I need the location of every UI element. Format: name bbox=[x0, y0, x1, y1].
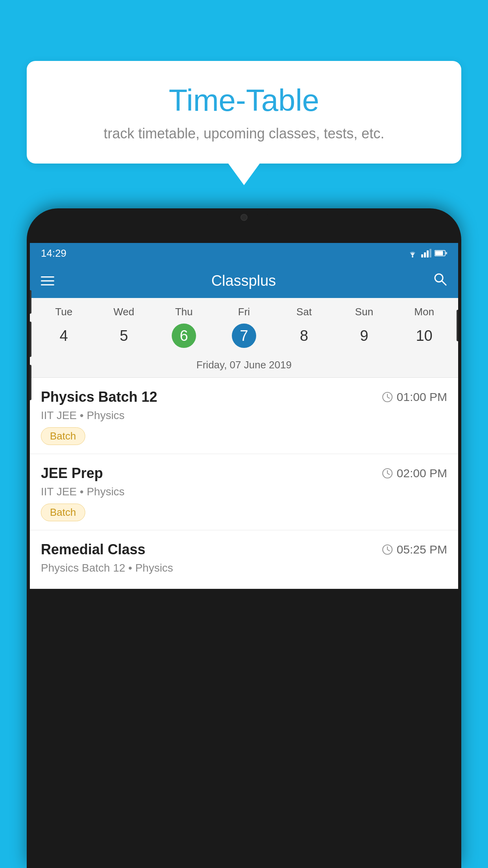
app-bar: Classplus bbox=[30, 263, 458, 298]
svg-line-9 bbox=[442, 281, 446, 285]
clock-icon-3 bbox=[382, 544, 393, 555]
date-cell-5[interactable]: 5 bbox=[94, 321, 154, 350]
status-bar: 14:29 bbox=[30, 243, 458, 263]
svg-rect-7 bbox=[446, 252, 447, 254]
schedule-list: Physics Batch 12 01:00 PM IIT JEE • Phys… bbox=[30, 378, 458, 589]
date-cell-6[interactable]: 6 bbox=[154, 321, 214, 350]
speech-bubble-container: Time-Table track timetable, upcoming cla… bbox=[27, 61, 461, 185]
volume-up-button bbox=[30, 322, 31, 357]
speech-bubble: Time-Table track timetable, upcoming cla… bbox=[27, 61, 461, 164]
svg-rect-2 bbox=[424, 252, 426, 257]
day-label-thu: Thu bbox=[154, 306, 214, 318]
date-num-4: 4 bbox=[51, 324, 76, 348]
schedule-item-jee-prep[interactable]: JEE Prep 02:00 PM IIT JEE • Physics Batc… bbox=[30, 454, 458, 530]
date-cell-8[interactable]: 8 bbox=[274, 321, 334, 350]
svg-point-0 bbox=[412, 256, 413, 257]
calendar-dates: 4 5 6 7 8 9 10 bbox=[30, 321, 458, 356]
schedule-time-2: 02:00 PM bbox=[382, 467, 447, 480]
clock-icon-2 bbox=[382, 468, 393, 479]
app-title: Classplus bbox=[65, 272, 422, 289]
schedule-time-3: 05:25 PM bbox=[382, 543, 447, 556]
wifi-icon bbox=[407, 249, 418, 257]
svg-rect-6 bbox=[435, 251, 443, 256]
schedule-time-text-2: 02:00 PM bbox=[397, 467, 447, 480]
signal-icon bbox=[421, 249, 431, 257]
battery-icon bbox=[435, 250, 447, 257]
schedule-title-1: Physics Batch 12 bbox=[41, 389, 157, 405]
schedule-time-1: 01:00 PM bbox=[382, 390, 447, 404]
batch-tag-2: Batch bbox=[41, 504, 85, 521]
phone-frame: 14:29 bbox=[27, 208, 461, 868]
date-cell-9[interactable]: 9 bbox=[334, 321, 394, 350]
calendar: Tue Wed Thu Fri Sat Sun Mon 4 5 6 7 bbox=[30, 298, 458, 378]
date-cell-7[interactable]: 7 bbox=[214, 321, 274, 350]
feature-title: Time-Table bbox=[50, 83, 438, 118]
svg-rect-1 bbox=[421, 254, 423, 257]
status-icons bbox=[407, 249, 447, 257]
schedule-item-header-2: JEE Prep 02:00 PM bbox=[41, 465, 447, 482]
notch bbox=[220, 211, 268, 223]
schedule-title-3: Remedial Class bbox=[41, 541, 145, 558]
svg-rect-3 bbox=[427, 250, 429, 257]
calendar-days-header: Tue Wed Thu Fri Sat Sun Mon bbox=[30, 298, 458, 321]
schedule-subtitle-1: IIT JEE • Physics bbox=[41, 409, 447, 422]
speech-bubble-arrow bbox=[228, 164, 260, 185]
day-label-mon: Mon bbox=[394, 306, 454, 318]
schedule-time-text-3: 05:25 PM bbox=[397, 543, 447, 556]
hamburger-menu-button[interactable] bbox=[41, 276, 54, 285]
date-cell-4[interactable]: 4 bbox=[34, 321, 94, 350]
day-label-wed: Wed bbox=[94, 306, 154, 318]
current-date-label: Friday, 07 June 2019 bbox=[30, 356, 458, 378]
schedule-item-header-3: Remedial Class 05:25 PM bbox=[41, 541, 447, 558]
schedule-item-remedial-class[interactable]: Remedial Class 05:25 PM Physics Batch 12… bbox=[30, 530, 458, 589]
phone-inner: 14:29 bbox=[30, 211, 458, 868]
top-screen-area bbox=[30, 211, 458, 243]
front-camera bbox=[240, 214, 248, 221]
clock-icon-1 bbox=[382, 392, 393, 403]
power-button bbox=[457, 310, 458, 341]
day-label-fri: Fri bbox=[214, 306, 274, 318]
schedule-subtitle-2: IIT JEE • Physics bbox=[41, 485, 447, 498]
date-num-8: 8 bbox=[292, 324, 316, 348]
feature-subtitle: track timetable, upcoming classes, tests… bbox=[50, 125, 438, 142]
date-num-9: 9 bbox=[352, 324, 376, 348]
day-label-sat: Sat bbox=[274, 306, 334, 318]
date-num-10: 10 bbox=[412, 324, 437, 348]
volume-down-button bbox=[30, 365, 31, 400]
schedule-item-header-1: Physics Batch 12 01:00 PM bbox=[41, 389, 447, 405]
day-label-tue: Tue bbox=[34, 306, 94, 318]
search-button[interactable] bbox=[433, 272, 447, 290]
date-num-6-today: 6 bbox=[172, 324, 196, 348]
volume-silent-button bbox=[30, 290, 31, 314]
date-num-7-selected: 7 bbox=[232, 324, 256, 348]
day-label-sun: Sun bbox=[334, 306, 394, 318]
schedule-item-physics-batch-12[interactable]: Physics Batch 12 01:00 PM IIT JEE • Phys… bbox=[30, 378, 458, 454]
schedule-subtitle-3: Physics Batch 12 • Physics bbox=[41, 562, 447, 574]
svg-rect-4 bbox=[429, 249, 431, 257]
schedule-title-2: JEE Prep bbox=[41, 465, 103, 482]
batch-tag-1: Batch bbox=[41, 427, 85, 445]
schedule-time-text-1: 01:00 PM bbox=[397, 390, 447, 404]
date-cell-10[interactable]: 10 bbox=[394, 321, 454, 350]
date-num-5: 5 bbox=[112, 324, 136, 348]
status-time: 14:29 bbox=[41, 247, 66, 259]
